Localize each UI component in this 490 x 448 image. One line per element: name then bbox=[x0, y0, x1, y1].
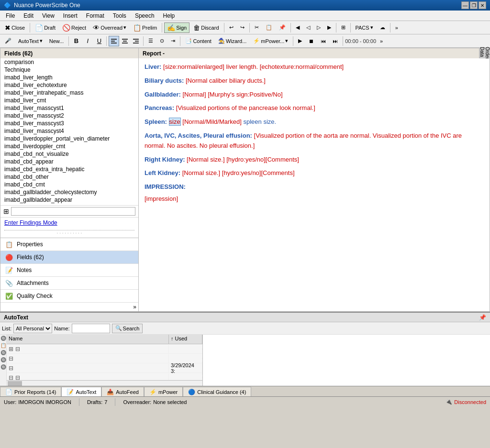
autotext-search-button[interactable]: 🔍 Search bbox=[112, 324, 143, 333]
tab-clinical-guidance[interactable]: 🔵 Clinical Guidance (4) bbox=[183, 387, 251, 396]
nav-prev-button[interactable]: ◁ bbox=[303, 22, 313, 33]
field-item-technique[interactable]: Technique bbox=[0, 66, 138, 74]
left-kidney-field[interactable]: [Normal size.] [hydro:yes/no][Comments] bbox=[182, 169, 295, 176]
content-button[interactable]: 📑 Content bbox=[182, 36, 214, 46]
more-button1[interactable]: » bbox=[392, 22, 401, 33]
underline-button[interactable]: U bbox=[94, 36, 104, 46]
field-item-cbd-other[interactable]: imabd_cbd_other bbox=[0, 173, 138, 181]
prev-track-button[interactable]: ⏮ bbox=[318, 36, 329, 46]
field-item-cbd-not[interactable]: imabd_cbd_not_visualize bbox=[0, 150, 138, 158]
field-item-gb-appear[interactable]: imabd_gallbladder_appear bbox=[0, 196, 138, 204]
field-item-gb-chole[interactable]: imabd_gallbladder_cholecystectomy bbox=[0, 188, 138, 196]
paste-button[interactable]: 📌 bbox=[276, 22, 289, 33]
minimize-button[interactable]: — bbox=[461, 1, 469, 9]
gallbladder-field[interactable]: [Normal] [Murphy's sign:Positive/No] bbox=[182, 91, 282, 98]
cut-button[interactable]: ✂ bbox=[252, 22, 262, 33]
pancreas-field[interactable]: [Visualized portions of the pancrease lo… bbox=[176, 104, 315, 111]
align-left-button[interactable] bbox=[109, 36, 119, 46]
next-track-button[interactable]: ⏭ bbox=[330, 36, 341, 46]
impression-field[interactable]: [impression] bbox=[145, 195, 178, 202]
at-ctrl-1[interactable]: 🔘 bbox=[0, 335, 7, 342]
draft-button[interactable]: 📄 Draft bbox=[32, 22, 58, 33]
sign-button[interactable]: ✍ Sign bbox=[164, 22, 189, 33]
more-button2[interactable]: » bbox=[377, 36, 386, 46]
at-ctrl-5[interactable]: 🔘 bbox=[0, 363, 7, 371]
undo-button[interactable]: ↩ bbox=[226, 22, 236, 33]
menu-edit[interactable]: Edit bbox=[20, 11, 37, 20]
at-ctrl-4[interactable]: 🔘 bbox=[0, 356, 7, 363]
tab-prior-reports[interactable]: 📄 Prior Reports (14) bbox=[0, 387, 61, 396]
sidebar-tab-properties[interactable]: 📋 Properties bbox=[0, 238, 138, 251]
field-item-liver-mass3[interactable]: imabd_liver_masscyst3 bbox=[0, 120, 138, 127]
at-ctrl-2[interactable]: 📋 bbox=[0, 342, 7, 349]
menu-speech[interactable]: Speech bbox=[131, 11, 158, 20]
sidebar-tab-attachments[interactable]: 📎 Attachments bbox=[0, 277, 138, 290]
spleen-normal-field[interactable]: [Normal/Mild/Marked] bbox=[182, 118, 242, 125]
at-header-used[interactable]: ↑ Used bbox=[169, 335, 202, 344]
cloud-button[interactable]: ☁ bbox=[377, 22, 388, 33]
liver-echo-field[interactable]: [echotexture:normal/comment] bbox=[260, 63, 344, 70]
close-button[interactable]: ✖ Close bbox=[2, 22, 28, 33]
menu-help[interactable]: Help bbox=[159, 11, 179, 20]
layout-button[interactable]: ⊞ bbox=[338, 22, 348, 33]
nav-next-button[interactable]: ▷ bbox=[314, 22, 323, 33]
autotext-name-input[interactable] bbox=[72, 324, 110, 333]
field-item-liver-doppler-cmt[interactable]: imabd_liverdoppler_cmt bbox=[0, 142, 138, 150]
wizard-button[interactable]: 🧙 Wizard... bbox=[215, 36, 249, 46]
at-ctrl-3[interactable]: 🔘 bbox=[0, 349, 7, 356]
mpower-button[interactable]: ⚡ mPower... ▾ bbox=[250, 36, 291, 46]
tab-autofeed[interactable]: 📥 AutoFeed bbox=[101, 387, 144, 396]
tab-mpower[interactable]: ⚡ mPower bbox=[144, 387, 183, 396]
biliary-field[interactable]: [Normal caliber biliary ducts.] bbox=[186, 77, 266, 84]
italic-button[interactable]: I bbox=[82, 36, 93, 46]
autotext-dropdown-button[interactable]: AutoText ▾ bbox=[15, 36, 45, 46]
menu-tools[interactable]: Tools bbox=[109, 11, 130, 20]
list-button[interactable]: ☰ bbox=[145, 36, 156, 46]
bold-button[interactable]: B bbox=[71, 36, 81, 46]
sidebar-expand-arrow[interactable]: » bbox=[0, 303, 138, 311]
microphone-button[interactable]: 🎤 bbox=[2, 36, 14, 46]
menu-view[interactable]: View bbox=[38, 11, 58, 20]
prelim-button[interactable]: 📋 Prelim bbox=[130, 22, 160, 33]
field-item-liver-mass2[interactable]: imabd_liver_masscyst2 bbox=[0, 112, 138, 120]
nav-forward-button[interactable]: ▶ bbox=[324, 22, 334, 33]
enter-findings-mode-link[interactable]: Enter Findings Mode bbox=[0, 217, 138, 228]
sidebar-tab-notes[interactable]: 📝 Notes bbox=[0, 264, 138, 277]
field-item-liver-mass1[interactable]: imabd_liver_masscyst1 bbox=[0, 104, 138, 112]
autotext-horizontal-scrollbar[interactable] bbox=[7, 380, 202, 386]
at-row-3[interactable]: ⊟ 3/29/2024 3: bbox=[7, 363, 202, 373]
field-item-comparison[interactable]: comparison bbox=[0, 58, 138, 66]
pacs-button[interactable]: PACS ▾ bbox=[353, 22, 376, 33]
field-item-liver-intra[interactable]: imabd_liver_intrahepatic_mass bbox=[0, 89, 138, 97]
overread-dropdown-arrow[interactable]: ▾ bbox=[123, 24, 126, 31]
play-button[interactable]: ▶ bbox=[295, 36, 305, 46]
autotext-list-select[interactable]: All Personal bbox=[13, 324, 52, 333]
indent-button[interactable]: ⇥ bbox=[168, 36, 178, 46]
field-item-liver-length[interactable]: imabd_liver_length bbox=[0, 74, 138, 81]
sidebar-tab-fields[interactable]: 🔴 Fields (62) bbox=[0, 251, 138, 264]
menu-file[interactable]: File bbox=[2, 11, 19, 20]
menu-format[interactable]: Format bbox=[82, 11, 108, 20]
at-header-name[interactable]: Name bbox=[7, 335, 169, 344]
field-item-cbd-extra[interactable]: imabd_cbd_extra_intra_hepatic bbox=[0, 165, 138, 173]
menu-insert[interactable]: Insert bbox=[59, 11, 81, 20]
sidebar-tab-quality-check[interactable]: ✅ Quality Check bbox=[0, 290, 138, 303]
reject-button[interactable]: 🚫 Reject bbox=[59, 22, 89, 33]
field-input[interactable] bbox=[11, 207, 135, 216]
discard-button[interactable]: 🗑 Discard bbox=[190, 22, 222, 33]
liver-field[interactable]: [size:normal/enlarged] liver length. bbox=[163, 63, 260, 70]
field-item-cbd-appear[interactable]: imabd_cbd_appear bbox=[0, 158, 138, 165]
spleen-size-field[interactable]: size bbox=[169, 118, 181, 126]
align-right-button[interactable] bbox=[131, 36, 141, 46]
overread-button[interactable]: 👁 Overread ▾ bbox=[90, 22, 129, 33]
field-item-liver-cmt[interactable]: imabd_liver_cmt bbox=[0, 97, 138, 104]
redo-button[interactable]: ↪ bbox=[237, 22, 247, 33]
tab-autotext[interactable]: 📝 AutoText bbox=[61, 387, 101, 396]
report-panel[interactable]: Liver: [size:normal/enlarged] liver leng… bbox=[139, 58, 490, 312]
nav-back-button[interactable]: ◀ bbox=[293, 22, 302, 33]
field-item-cbd-cmt[interactable]: imabd_cbd_cmt bbox=[0, 181, 138, 188]
field-item-liver-echo[interactable]: imabd_liver_echotexture bbox=[0, 81, 138, 89]
right-kidney-field[interactable]: [Normal size.] [hydro:yes/no][Comments] bbox=[187, 156, 299, 163]
at-row-1[interactable]: ⊞ ⊟ bbox=[7, 344, 202, 354]
align-center-button[interactable] bbox=[120, 36, 130, 46]
